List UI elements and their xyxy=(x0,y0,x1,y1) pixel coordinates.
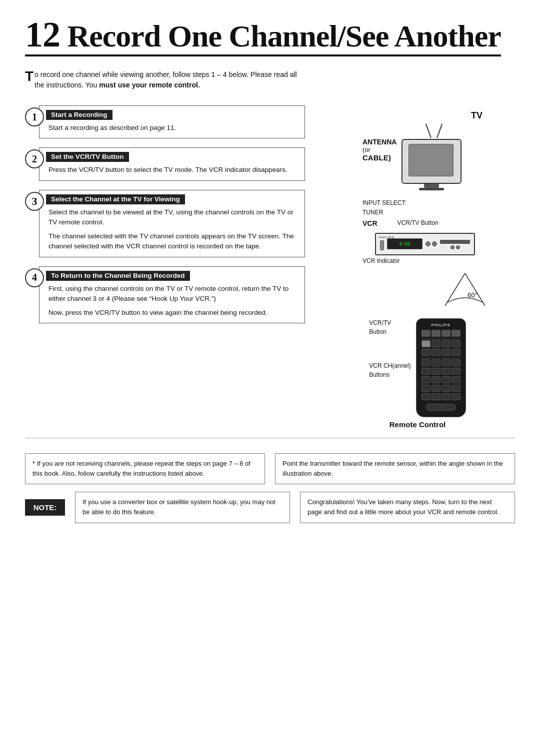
r-btn-31 xyxy=(442,393,450,400)
r-btn-14 xyxy=(432,359,440,366)
vcr-small-btn-icon xyxy=(450,245,454,249)
r-btn-16 xyxy=(452,359,460,366)
r-btn-3 xyxy=(442,330,450,337)
r-btn-12 xyxy=(452,349,460,356)
remote-ch-row1 xyxy=(422,358,460,366)
antenna-right-icon xyxy=(437,124,443,138)
remote-section: VCR/TV Button VCR CH(annel) Buttons PHIL… xyxy=(369,318,466,429)
vcr-btn-1-icon xyxy=(426,241,430,246)
note-text: If you use a converter box or satellite … xyxy=(82,498,276,516)
vcr-buttons-icon xyxy=(426,241,437,246)
note-row: NOTE: If you use a converter box or sate… xyxy=(25,492,515,523)
angle-diagram-area: 60° xyxy=(338,268,498,308)
remote-labels-row: VCR/TV Button VCR CH(annel) Buttons PHIL… xyxy=(369,318,466,417)
r-btn-11 xyxy=(442,349,450,356)
main-layout: 1 Start a Recording Start a recording as… xyxy=(25,105,515,429)
transmitter-note-text: Point the transmitter toward the remote … xyxy=(282,460,503,477)
note-label: NOTE: xyxy=(25,499,65,516)
step-4-circle: 4 xyxy=(25,268,44,287)
r-btn-1 xyxy=(422,330,430,337)
step-1-block: 1 Start a Recording Start a recording as… xyxy=(25,105,305,138)
step-1-circle: 1 xyxy=(25,107,44,126)
step-4-text-1: First, using the channel controls on the… xyxy=(48,284,298,304)
tuner-text: TUNER xyxy=(362,208,498,217)
vcr-small-btn-2-icon xyxy=(456,245,460,249)
antenna-label: ANTENNA xyxy=(362,138,396,146)
tv-stand-icon xyxy=(424,184,439,188)
drop-cap: T xyxy=(25,69,34,83)
page-title-text: Record One Channel/See Another xyxy=(68,19,501,53)
r-btn-23 xyxy=(442,376,450,383)
step-4-content: To Return to the Channel Being Recorded … xyxy=(39,266,305,324)
step-3-text-1: Select the channel to be viewed at the T… xyxy=(48,207,298,228)
remote-control-icon: PHILIPS xyxy=(416,318,466,417)
input-select-labels: INPUT SELECT: TUNER VCR VCR/TV Button xyxy=(362,198,498,229)
cable-label: CABLE) xyxy=(362,153,391,162)
remote-top-buttons xyxy=(422,330,460,337)
vcr-illustration-area: PHILIPS 0:00 xyxy=(352,233,498,264)
intro-bold: must use your remote control. xyxy=(99,81,200,89)
steps-column: 1 Start a Recording Start a recording as… xyxy=(25,105,305,332)
input-select-text: INPUT SELECT: xyxy=(362,198,498,208)
vcr-indicator-label: VCR Indicator xyxy=(362,257,498,264)
section-divider xyxy=(25,438,515,438)
step-3-text-2: The channel selected with the TV channel… xyxy=(48,231,298,252)
remote-ch-row2 xyxy=(422,368,460,375)
intro-paragraph: To record one channel while viewing anot… xyxy=(25,69,305,90)
r-btn-4 xyxy=(452,330,460,337)
r-btn-7 xyxy=(442,340,450,347)
step-4-block: 4 To Return to the Channel Being Recorde… xyxy=(25,266,305,324)
note-text-box: If you use a converter box or satellite … xyxy=(75,492,290,523)
r-btn-29 xyxy=(422,393,430,400)
r-btn-26 xyxy=(432,385,440,392)
r-btn-9 xyxy=(422,349,430,356)
step-2-header: Set the VCR/TV Button xyxy=(46,152,129,162)
r-btn-25 xyxy=(422,385,430,392)
r-btn-19 xyxy=(442,368,450,375)
step-1-content: Start a Recording Start a recording as d… xyxy=(39,105,305,138)
r-btn-10 xyxy=(432,349,440,356)
transmitter-note-box: Point the transmitter toward the remote … xyxy=(275,453,515,484)
r-btn-27 xyxy=(442,385,450,392)
congrats-text: Congratulations! You’ve taken many steps… xyxy=(308,498,499,516)
r-btn-5 xyxy=(422,340,430,347)
remote-text-labels: VCR/TV Button VCR CH(annel) Buttons xyxy=(369,318,410,379)
remote-brand-label: PHILIPS xyxy=(432,323,450,327)
or-label: (or xyxy=(362,146,370,153)
r-btn-15 xyxy=(442,359,450,366)
remote-bottom-btn-icon xyxy=(426,404,456,411)
r-btn-6 xyxy=(432,340,440,347)
r-btn-2 xyxy=(432,330,440,337)
tv-label: TV xyxy=(471,110,482,121)
page-number: 12 xyxy=(25,14,60,54)
r-btn-20 xyxy=(452,368,460,375)
step-2-text: Press the VCR/TV button to select the TV… xyxy=(48,165,298,175)
page-title: 12 Record One Channel/See Another xyxy=(25,15,515,64)
r-btn-8 xyxy=(452,340,460,347)
remote-ch-row4 xyxy=(422,385,460,392)
star-note-text: * If you are not receiving channels, ple… xyxy=(32,460,250,477)
step-3-circle: 3 xyxy=(25,192,44,211)
antenna-left-icon xyxy=(426,124,432,138)
remote-ch-row5 xyxy=(422,393,460,400)
vcrtv-button-text: VCR/TV Button xyxy=(398,218,438,228)
step-1-header: Start a Recording xyxy=(46,110,112,120)
r-btn-21 xyxy=(422,376,430,383)
tv-box-icon xyxy=(402,139,462,184)
vcr-btn-2-icon xyxy=(432,241,437,246)
star-note-box: * If you are not receiving channels, ple… xyxy=(25,453,265,484)
r-btn-13 xyxy=(422,359,430,366)
step-2-content: Set the VCR/TV Button Press the VCR/TV b… xyxy=(39,147,305,180)
remote-control-label: Remote Control xyxy=(390,420,446,429)
svg-line-0 xyxy=(445,273,465,306)
r-btn-17 xyxy=(422,368,430,375)
step-3-header: Select the Channel at the TV for Viewing xyxy=(46,194,185,204)
step-3-content: Select the Channel at the TV for Viewing… xyxy=(39,190,305,257)
tv-base-icon xyxy=(419,188,444,190)
bottom-info-row: * If you are not receiving channels, ple… xyxy=(25,453,515,484)
remote-body-area: PHILIPS xyxy=(416,318,466,417)
vcr-box-icon: PHILIPS 0:00 xyxy=(375,233,475,255)
right-diagram-column: TV ANTENNA (or CABLE) xyxy=(320,105,515,429)
vcr-channel-label: VCR CH(annel) Buttons xyxy=(369,361,410,379)
vcr-display-icon: 0:00 xyxy=(387,238,422,249)
